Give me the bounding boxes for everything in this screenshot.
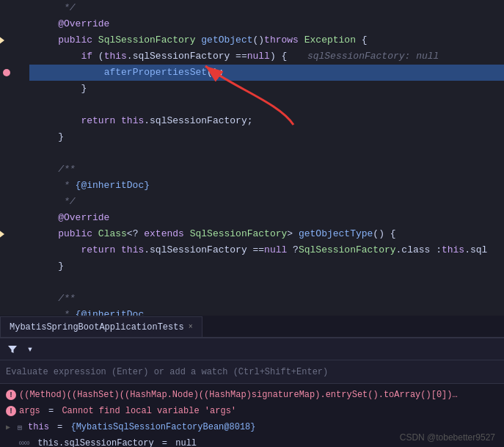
code-token: afterPropertiesSet bbox=[104, 65, 207, 81]
code-token: Exception bbox=[304, 32, 356, 48]
code-token bbox=[35, 226, 58, 242]
code-line: /** bbox=[29, 161, 504, 178]
code-token: /** bbox=[35, 161, 76, 178]
info-icon: ⊞ bbox=[15, 422, 25, 432]
gutter-7 bbox=[0, 97, 29, 113]
code-token: .sqlSessionFactory; bbox=[144, 113, 252, 129]
gutter-19 bbox=[0, 291, 29, 307]
code-token: .sqlSessionFactory == bbox=[144, 242, 264, 258]
watermark: CSDN @tobebetter9527 bbox=[400, 432, 495, 443]
code-token: getObject bbox=[201, 32, 252, 48]
debug-toolbar: ▾ bbox=[0, 338, 504, 360]
gutter-8 bbox=[0, 113, 29, 129]
gutter-13 bbox=[0, 194, 29, 210]
code-token bbox=[35, 242, 81, 258]
error-icon: ! bbox=[6, 406, 16, 416]
code-token: * bbox=[35, 178, 76, 194]
error-icon: ! bbox=[6, 390, 16, 400]
gutter-15 bbox=[0, 226, 29, 242]
code-line: return this .sqlSessionFactory == null ?… bbox=[29, 242, 504, 258]
code-token: Class bbox=[98, 226, 127, 242]
code-token: this bbox=[442, 242, 464, 258]
file-tab[interactable]: MybatisSpringBootApplicationTests × bbox=[0, 316, 202, 337]
code-token: {@inheritDoc bbox=[76, 307, 145, 316]
gutter-3 bbox=[0, 32, 29, 48]
code-token bbox=[92, 226, 98, 242]
code-token: @Override bbox=[35, 16, 109, 32]
code-token: null bbox=[264, 242, 287, 258]
code-token bbox=[35, 65, 104, 81]
debug-arrow-icon bbox=[0, 36, 4, 45]
code-token: } bbox=[35, 81, 87, 97]
code-token: return bbox=[81, 113, 115, 129]
code-token: ( bbox=[92, 48, 104, 65]
code-editor[interactable]: */ @Override public SqlSessionFactory ge… bbox=[0, 0, 504, 316]
code-line: } bbox=[29, 81, 504, 97]
line-gutter bbox=[0, 0, 29, 316]
code-line-highlighted: afterPropertiesSet (); bbox=[29, 65, 504, 81]
code-token: <? bbox=[127, 226, 144, 242]
code-token: return bbox=[81, 242, 115, 258]
inline-hint: sqlSessionFactory: null bbox=[296, 48, 439, 65]
code-token: /** bbox=[35, 291, 76, 307]
watermark-text: CSDN @tobebetter9527 bbox=[400, 432, 495, 443]
code-token: .class : bbox=[396, 242, 442, 258]
code-token: extends bbox=[144, 226, 184, 242]
code-line bbox=[29, 275, 504, 291]
code-token: * bbox=[35, 307, 76, 316]
code-line: * {@inheritDoc bbox=[29, 307, 504, 316]
code-token: if bbox=[81, 48, 92, 65]
debug-entry-eq: = bbox=[43, 406, 59, 416]
code-token: @Override bbox=[35, 210, 109, 226]
tab-close-icon[interactable]: × bbox=[189, 323, 193, 331]
code-token bbox=[184, 226, 190, 242]
code-token: */ bbox=[35, 0, 76, 16]
filter-icon[interactable] bbox=[6, 343, 19, 356]
gutter-9 bbox=[0, 129, 29, 145]
code-token: this bbox=[121, 113, 144, 129]
code-line bbox=[29, 145, 504, 161]
code-line: */ bbox=[29, 194, 504, 210]
debug-expression-bar[interactable]: Evaluate expression (Enter) or add a wat… bbox=[0, 360, 504, 384]
code-token bbox=[195, 32, 201, 48]
debug-entry[interactable]: ! ((Method)((HashSet)((HashMap.Node)((Ha… bbox=[0, 387, 504, 403]
gutter-5 bbox=[0, 65, 29, 81]
code-token bbox=[35, 48, 81, 65]
gutter-6 bbox=[0, 81, 29, 97]
debug-input-placeholder: Evaluate expression (Enter) or add a wat… bbox=[6, 367, 328, 377]
code-line bbox=[29, 97, 504, 113]
code-token: */ bbox=[35, 194, 76, 210]
debug-arrow-icon-2 bbox=[0, 230, 4, 239]
gutter-18 bbox=[0, 275, 29, 291]
expand-arrow-icon[interactable]: ▶ bbox=[6, 423, 10, 432]
code-token: .sql bbox=[464, 242, 487, 258]
gutter-20 bbox=[0, 307, 29, 316]
gutter-16 bbox=[0, 242, 29, 258]
code-token: null bbox=[247, 48, 270, 65]
code-line: return this .sqlSessionFactory; bbox=[29, 113, 504, 129]
debug-entry-label: this bbox=[28, 422, 49, 432]
debug-entry-text: args bbox=[19, 406, 40, 416]
code-token: this bbox=[121, 242, 144, 258]
code-token: ) { bbox=[270, 48, 287, 65]
gutter-11 bbox=[0, 161, 29, 178]
debug-entry-value: Cannot find local variable 'args' bbox=[62, 406, 236, 416]
code-token: this bbox=[104, 48, 127, 65]
tab-label: MybatisSpringBootApplicationTests bbox=[10, 322, 184, 332]
gutter-1 bbox=[0, 0, 29, 16]
code-token bbox=[115, 113, 121, 129]
code-line: if ( this .sqlSessionFactory == null ) {… bbox=[29, 48, 504, 65]
code-token: SqlSessionFactory bbox=[98, 32, 196, 48]
code-token: public bbox=[58, 226, 92, 242]
breakpoint-icon[interactable] bbox=[3, 69, 10, 76]
code-token: public bbox=[58, 32, 92, 48]
debug-entry[interactable]: ! args = Cannot find local variable 'arg… bbox=[0, 403, 504, 419]
tab-bar: MybatisSpringBootApplicationTests × bbox=[0, 316, 504, 338]
code-token: (); bbox=[207, 65, 224, 81]
debug-entry-label: this.sqlSessionFactory bbox=[32, 438, 154, 447]
code-token: () bbox=[253, 32, 265, 48]
chevron-down-icon[interactable]: ▾ bbox=[23, 343, 37, 356]
infinity-icon: ∞∞ bbox=[19, 438, 29, 447]
gutter-17 bbox=[0, 258, 29, 275]
code-line: public SqlSessionFactory getObject () th… bbox=[29, 32, 504, 48]
